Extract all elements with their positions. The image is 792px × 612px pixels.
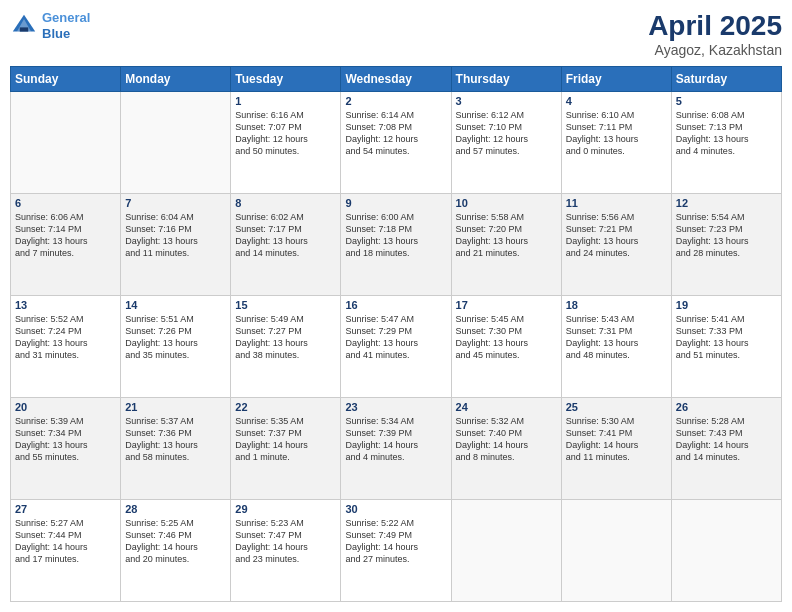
calendar-cell: 23Sunrise: 5:34 AMSunset: 7:39 PMDayligh…: [341, 398, 451, 500]
calendar-cell: [671, 500, 781, 602]
calendar-cell: 26Sunrise: 5:28 AMSunset: 7:43 PMDayligh…: [671, 398, 781, 500]
day-header-friday: Friday: [561, 67, 671, 92]
cell-info: Sunrise: 5:43 AMSunset: 7:31 PMDaylight:…: [566, 313, 667, 362]
day-number: 1: [235, 95, 336, 107]
day-number: 10: [456, 197, 557, 209]
calendar-cell: 4Sunrise: 6:10 AMSunset: 7:11 PMDaylight…: [561, 92, 671, 194]
calendar-cell: 7Sunrise: 6:04 AMSunset: 7:16 PMDaylight…: [121, 194, 231, 296]
day-number: 25: [566, 401, 667, 413]
calendar-cell: 22Sunrise: 5:35 AMSunset: 7:37 PMDayligh…: [231, 398, 341, 500]
week-row-2: 13Sunrise: 5:52 AMSunset: 7:24 PMDayligh…: [11, 296, 782, 398]
week-row-1: 6Sunrise: 6:06 AMSunset: 7:14 PMDaylight…: [11, 194, 782, 296]
calendar-cell: 11Sunrise: 5:56 AMSunset: 7:21 PMDayligh…: [561, 194, 671, 296]
cell-info: Sunrise: 6:08 AMSunset: 7:13 PMDaylight:…: [676, 109, 777, 158]
day-number: 12: [676, 197, 777, 209]
day-number: 7: [125, 197, 226, 209]
calendar-cell: 6Sunrise: 6:06 AMSunset: 7:14 PMDaylight…: [11, 194, 121, 296]
day-number: 5: [676, 95, 777, 107]
logo-blue: Blue: [42, 26, 70, 41]
calendar-cell: 15Sunrise: 5:49 AMSunset: 7:27 PMDayligh…: [231, 296, 341, 398]
calendar-cell: [451, 500, 561, 602]
day-number: 15: [235, 299, 336, 311]
calendar-cell: 20Sunrise: 5:39 AMSunset: 7:34 PMDayligh…: [11, 398, 121, 500]
cell-info: Sunrise: 6:16 AMSunset: 7:07 PMDaylight:…: [235, 109, 336, 158]
cell-info: Sunrise: 5:54 AMSunset: 7:23 PMDaylight:…: [676, 211, 777, 260]
calendar-cell: 24Sunrise: 5:32 AMSunset: 7:40 PMDayligh…: [451, 398, 561, 500]
logo-general: General: [42, 10, 90, 25]
day-number: 30: [345, 503, 446, 515]
calendar-cell: 12Sunrise: 5:54 AMSunset: 7:23 PMDayligh…: [671, 194, 781, 296]
calendar-cell: 27Sunrise: 5:27 AMSunset: 7:44 PMDayligh…: [11, 500, 121, 602]
cell-info: Sunrise: 6:02 AMSunset: 7:17 PMDaylight:…: [235, 211, 336, 260]
cell-info: Sunrise: 6:12 AMSunset: 7:10 PMDaylight:…: [456, 109, 557, 158]
day-header-monday: Monday: [121, 67, 231, 92]
cell-info: Sunrise: 5:49 AMSunset: 7:27 PMDaylight:…: [235, 313, 336, 362]
day-header-sunday: Sunday: [11, 67, 121, 92]
logo-icon: [10, 12, 38, 40]
calendar-cell: 21Sunrise: 5:37 AMSunset: 7:36 PMDayligh…: [121, 398, 231, 500]
location: Ayagoz, Kazakhstan: [648, 42, 782, 58]
day-number: 3: [456, 95, 557, 107]
cell-info: Sunrise: 5:41 AMSunset: 7:33 PMDaylight:…: [676, 313, 777, 362]
calendar-cell: 30Sunrise: 5:22 AMSunset: 7:49 PMDayligh…: [341, 500, 451, 602]
cell-info: Sunrise: 5:27 AMSunset: 7:44 PMDaylight:…: [15, 517, 116, 566]
day-header-wednesday: Wednesday: [341, 67, 451, 92]
calendar-cell: 5Sunrise: 6:08 AMSunset: 7:13 PMDaylight…: [671, 92, 781, 194]
cell-info: Sunrise: 5:25 AMSunset: 7:46 PMDaylight:…: [125, 517, 226, 566]
page: General Blue April 2025 Ayagoz, Kazakhst…: [0, 0, 792, 612]
day-number: 20: [15, 401, 116, 413]
day-number: 18: [566, 299, 667, 311]
day-number: 27: [15, 503, 116, 515]
cell-info: Sunrise: 5:39 AMSunset: 7:34 PMDaylight:…: [15, 415, 116, 464]
calendar-cell: 16Sunrise: 5:47 AMSunset: 7:29 PMDayligh…: [341, 296, 451, 398]
day-number: 14: [125, 299, 226, 311]
calendar-cell: 9Sunrise: 6:00 AMSunset: 7:18 PMDaylight…: [341, 194, 451, 296]
title-area: April 2025 Ayagoz, Kazakhstan: [648, 10, 782, 58]
calendar-cell: 17Sunrise: 5:45 AMSunset: 7:30 PMDayligh…: [451, 296, 561, 398]
day-number: 11: [566, 197, 667, 209]
cell-info: Sunrise: 5:56 AMSunset: 7:21 PMDaylight:…: [566, 211, 667, 260]
day-number: 13: [15, 299, 116, 311]
cell-info: Sunrise: 6:00 AMSunset: 7:18 PMDaylight:…: [345, 211, 446, 260]
day-number: 9: [345, 197, 446, 209]
week-row-0: 1Sunrise: 6:16 AMSunset: 7:07 PMDaylight…: [11, 92, 782, 194]
cell-info: Sunrise: 5:52 AMSunset: 7:24 PMDaylight:…: [15, 313, 116, 362]
calendar-cell: 19Sunrise: 5:41 AMSunset: 7:33 PMDayligh…: [671, 296, 781, 398]
week-row-4: 27Sunrise: 5:27 AMSunset: 7:44 PMDayligh…: [11, 500, 782, 602]
logo-text: General Blue: [42, 10, 90, 41]
day-number: 26: [676, 401, 777, 413]
cell-info: Sunrise: 5:23 AMSunset: 7:47 PMDaylight:…: [235, 517, 336, 566]
logo: General Blue: [10, 10, 90, 41]
calendar-cell: 28Sunrise: 5:25 AMSunset: 7:46 PMDayligh…: [121, 500, 231, 602]
cell-info: Sunrise: 6:04 AMSunset: 7:16 PMDaylight:…: [125, 211, 226, 260]
calendar-cell: [121, 92, 231, 194]
cell-info: Sunrise: 5:37 AMSunset: 7:36 PMDaylight:…: [125, 415, 226, 464]
cell-info: Sunrise: 5:35 AMSunset: 7:37 PMDaylight:…: [235, 415, 336, 464]
calendar-cell: 8Sunrise: 6:02 AMSunset: 7:17 PMDaylight…: [231, 194, 341, 296]
week-row-3: 20Sunrise: 5:39 AMSunset: 7:34 PMDayligh…: [11, 398, 782, 500]
cell-info: Sunrise: 5:51 AMSunset: 7:26 PMDaylight:…: [125, 313, 226, 362]
cell-info: Sunrise: 5:32 AMSunset: 7:40 PMDaylight:…: [456, 415, 557, 464]
cell-info: Sunrise: 5:45 AMSunset: 7:30 PMDaylight:…: [456, 313, 557, 362]
calendar-cell: 2Sunrise: 6:14 AMSunset: 7:08 PMDaylight…: [341, 92, 451, 194]
day-header-tuesday: Tuesday: [231, 67, 341, 92]
day-number: 6: [15, 197, 116, 209]
calendar-cell: 13Sunrise: 5:52 AMSunset: 7:24 PMDayligh…: [11, 296, 121, 398]
cell-info: Sunrise: 6:14 AMSunset: 7:08 PMDaylight:…: [345, 109, 446, 158]
cell-info: Sunrise: 6:10 AMSunset: 7:11 PMDaylight:…: [566, 109, 667, 158]
day-number: 16: [345, 299, 446, 311]
day-number: 8: [235, 197, 336, 209]
calendar-cell: 18Sunrise: 5:43 AMSunset: 7:31 PMDayligh…: [561, 296, 671, 398]
cell-info: Sunrise: 6:06 AMSunset: 7:14 PMDaylight:…: [15, 211, 116, 260]
cell-info: Sunrise: 5:47 AMSunset: 7:29 PMDaylight:…: [345, 313, 446, 362]
day-number: 22: [235, 401, 336, 413]
day-number: 21: [125, 401, 226, 413]
calendar-cell: [11, 92, 121, 194]
svg-rect-2: [20, 27, 28, 31]
month-title: April 2025: [648, 10, 782, 42]
day-number: 24: [456, 401, 557, 413]
day-header-thursday: Thursday: [451, 67, 561, 92]
calendar-header-row: SundayMondayTuesdayWednesdayThursdayFrid…: [11, 67, 782, 92]
day-number: 23: [345, 401, 446, 413]
day-number: 29: [235, 503, 336, 515]
